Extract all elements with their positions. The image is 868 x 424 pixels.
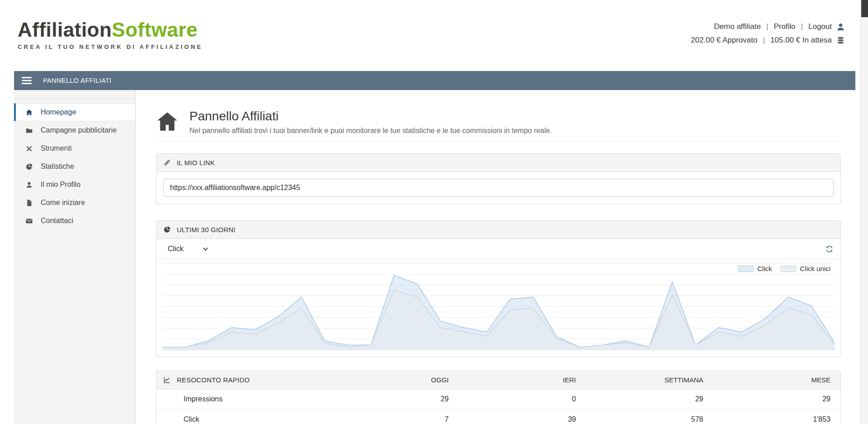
legend-label: Click [757,265,772,272]
my-link-panel: IL MIO LINK [156,153,841,204]
hamburger-menu-icon[interactable] [22,76,32,86]
legend-item-click-unici[interactable]: Click unici [781,265,830,272]
quick-report-title-cell: RESOCONTO RAPIDO [156,376,331,384]
page: AffiliationSoftware CREA IL TUO NETWORK … [14,0,855,424]
cell-value: 578 [586,415,713,424]
row-label: Impressions [156,395,331,403]
sidebar-item-strumenti[interactable]: Strumenti [14,139,135,157]
legend-swatch-click [738,266,754,272]
content: Homepage Campagne pubblicitarie Strument… [14,90,855,424]
home-icon [25,109,33,116]
separator: | [766,22,768,31]
sidebar-item-statistiche[interactable]: Statistiche [14,157,135,176]
line-chart-icon [163,376,171,384]
last-30-days-panel-header: ULTIMI 30 GIORNI [156,221,840,239]
column-header-oggi: OGGI [331,376,459,384]
legend-label: Click unici [800,265,830,272]
sidebar-divider [14,95,135,99]
scrollbar-track[interactable] [860,0,868,424]
sidebar-item-label: Statistiche [41,162,74,171]
logo[interactable]: AffiliationSoftware CREA IL TUO NETWORK … [18,20,203,50]
page-header-text: Pannello Affiliati Nel pannello affiliat… [189,109,552,135]
sidebar-item-contattaci[interactable]: Contattaci [14,212,135,230]
envelope-icon [25,217,33,225]
my-link-panel-title: IL MIO LINK [177,159,215,167]
user-icon [836,22,845,32]
logo-wordmark: AffiliationSoftware [18,20,203,40]
page-title: Pannello Affiliati [189,109,552,124]
sidebar-item-label: Come iniziare [41,199,85,207]
chevron-down-icon [203,247,208,252]
area-chart [162,263,835,351]
pie-chart-icon [163,226,171,233]
tools-icon [25,145,33,152]
user-icon [25,181,33,189]
legend-swatch-click-unici [781,266,796,272]
my-link-panel-body [156,172,840,204]
sidebar-item-label: Homepage [41,108,76,116]
header-user-area: Demo affiliate | Profilo | Logout 202.00… [691,21,845,46]
page-subtitle: Nel pannello affiliati trovi i tuoi bann… [189,127,552,135]
row-label: Click [156,415,331,424]
affiliate-link-input[interactable] [163,179,834,197]
logo-part-software: Software [112,19,198,41]
sidebar: Homepage Campagne pubblicitarie Strument… [14,90,136,424]
column-header-settimana: SETTIMANA [586,376,713,384]
home-icon [156,111,179,132]
chart-legend: Click Click unici [738,265,830,272]
chart-metric-select[interactable]: Click [163,242,212,256]
separator: | [763,36,764,45]
user-name-link[interactable]: Demo affiliate [714,22,761,31]
balance-approved: 202.00 € Approvato [691,36,757,45]
refresh-icon[interactable] [825,245,834,253]
quick-report-title: RESOCONTO RAPIDO [177,376,250,384]
chart-toolbar: Click [156,239,840,259]
chart-area: Click Click unici [156,259,840,357]
page-header: Pannello Affiliati Nel pannello affiliat… [156,109,841,142]
balance-pending: 105.00 € In attesa [770,36,832,45]
cell-value: 1'853 [713,415,841,424]
file-icon [25,199,33,207]
chart-metric-value: Click [168,245,184,253]
sidebar-item-label: Strumenti [41,144,71,152]
legend-item-click[interactable]: Click [738,265,772,272]
navbar-title: PANNELLO AFFILIATI [43,77,112,84]
coins-icon [836,36,845,45]
navbar: PANNELLO AFFILIATI [14,71,855,90]
sidebar-item-profilo[interactable]: Il mio Profilo [14,176,135,194]
table-row-click: Click 7 39 578 1'853 [156,410,840,424]
sidebar-item-campagne[interactable]: Campagne pubblicitarie [14,121,135,139]
profile-link[interactable]: Profilo [774,22,795,31]
column-header-mese: MESE [713,376,841,384]
folder-icon [25,127,33,134]
cell-value: 29 [586,395,713,403]
quick-report-panel: RESOCONTO RAPIDO OGGI IERI SETTIMANA MES… [156,371,841,424]
quick-report-header: RESOCONTO RAPIDO OGGI IERI SETTIMANA MES… [156,371,840,389]
last-30-days-panel-title: ULTIMI 30 GIORNI [177,226,236,233]
logo-tagline: CREA IL TUO NETWORK DI AFFILIAZIONE [18,43,203,50]
logout-link[interactable]: Logout [808,22,832,31]
site-header: AffiliationSoftware CREA IL TUO NETWORK … [14,0,855,71]
main: Pannello Affiliati Nel pannello affiliat… [136,90,855,424]
my-link-panel-header: IL MIO LINK [156,154,840,172]
balance-row: 202.00 € Approvato | 105.00 € In attesa [691,34,845,46]
table-row-impressions: Impressions 29 0 29 29 [156,389,840,410]
last-30-days-panel: ULTIMI 30 GIORNI Click [156,220,841,357]
pie-chart-icon [25,163,33,171]
logo-part-affiliation: Affiliation [18,19,112,41]
link-icon [163,159,171,167]
user-menu-row: Demo affiliate | Profilo | Logout [691,21,845,33]
scrollbar-thumb[interactable] [861,0,868,17]
column-header-ieri: IERI [459,376,586,384]
cell-value: 29 [331,395,459,403]
sidebar-item-label: Campagne pubblicitarie [41,126,117,134]
separator: | [801,22,803,31]
sidebar-item-label: Il mio Profilo [41,181,80,189]
sidebar-item-come-iniziare[interactable]: Come iniziare [14,194,135,212]
sidebar-item-label: Contattaci [41,217,73,225]
cell-value: 0 [459,395,586,403]
cell-value: 39 [459,415,586,424]
sidebar-item-homepage[interactable]: Homepage [14,103,135,121]
cell-value: 29 [713,395,841,403]
cell-value: 7 [331,415,459,424]
